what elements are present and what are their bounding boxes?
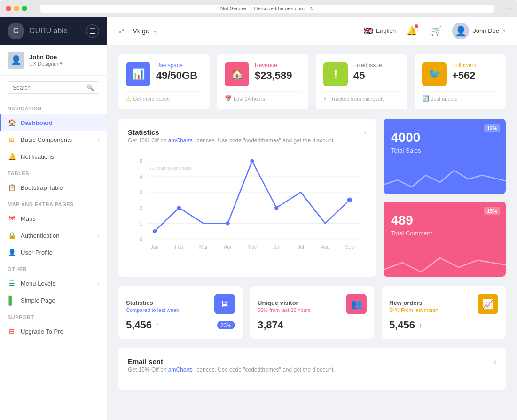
svg-point-26 [274, 206, 278, 210]
chevron-right-icon-menu: › [98, 281, 99, 286]
use-space-value: 49/50GB [156, 70, 202, 82]
revenue-info: Revenue $23,589 [255, 62, 301, 82]
followers-info: Followers +562 [452, 62, 498, 82]
mini-stat-statistics: Statistics Compared to last week 🖥 5,456… [118, 286, 243, 339]
use-space-info: Use space 49/50GB [156, 62, 202, 82]
mini-stat-orders-value-row: 5,456 ↑ [389, 319, 498, 331]
expand-icon[interactable]: ⤢ [118, 26, 125, 35]
notification-bell-button[interactable]: 🔔 [403, 23, 420, 39]
sidebar-item-basic-components[interactable]: ⊞ Basic Components › [0, 131, 107, 148]
sidebar-item-label-authentication: Authentication [21, 232, 59, 239]
user-profile-icon: 👤 [8, 248, 16, 257]
header-user-menu[interactable]: 👤 John Doe ▾ [452, 23, 506, 39]
kpi-card-total-comment: 15% 489 Total Comment [384, 202, 506, 277]
calendar-icon: 📅 [225, 95, 232, 102]
sidebar-item-simple-page[interactable]: ▌ Simple Page [0, 292, 107, 309]
svg-text:Jan: Jan [151, 244, 159, 249]
kpi-card-total-sales: 12% 4000 Total Sales [384, 119, 506, 194]
simple-page-icon: ▌ [8, 296, 16, 304]
sidebar-item-menu-levels[interactable]: ☰ Menu Levels › [0, 275, 107, 292]
sidebar-user-avatar: 👤 [8, 52, 24, 69]
svg-point-27 [346, 197, 352, 202]
sidebar-item-bootstrap-table[interactable]: 📋 Bootstrap Table [0, 179, 107, 196]
nav-section-label-support: Support [0, 309, 107, 323]
authentication-icon: 🔒 [8, 231, 16, 240]
chart-card: Statistics Get 15% Off on amCharts licen… [118, 119, 376, 277]
header-language[interactable]: 🇬🇧 English [364, 26, 396, 35]
stat-card-fixed-issue: ! Fixed issue 45 🏷 Tracked from microsof… [316, 54, 407, 109]
followers-footer: 🔄 Just update [422, 91, 498, 102]
sidebar-item-label-menu-levels: Menu Levels [21, 280, 55, 287]
svg-text:Jun: Jun [273, 244, 281, 249]
fixed-issue-footer: 🏷 Tracked from microsoft [323, 91, 400, 102]
amcharts-link[interactable]: amCharts [168, 137, 193, 144]
stat-card-use-space: 📊 Use space 49/50GB ⚠ Get more space [118, 54, 210, 109]
header-title: Mega ▾ [132, 27, 157, 35]
sidebar-item-authentication[interactable]: 🔒 Authentication › [0, 227, 107, 244]
svg-text:Apr: Apr [224, 244, 232, 249]
email-amcharts-link[interactable]: amCharts [168, 366, 193, 373]
total-sales-value: 4000 [391, 130, 498, 145]
svg-text:May: May [248, 244, 257, 249]
mini-stat-visitor-value: 3,874 [258, 319, 283, 331]
svg-text:Aug: Aug [321, 244, 330, 249]
sidebar-item-dashboard[interactable]: 🏠 Dashboard [0, 114, 107, 131]
stat-cards-row: 📊 Use space 49/50GB ⚠ Get more space 🏠 [118, 54, 506, 109]
chevron-right-icon-auth: › [98, 233, 99, 238]
total-comment-value: 489 [391, 213, 498, 228]
sidebar-user-section: 👤 John Doe UX Designer ▾ [0, 45, 107, 76]
browser-add-tab[interactable]: + [507, 4, 511, 13]
followers-icon: 🐦 [422, 62, 446, 86]
sidebar-user-role: UX Designer ▾ [29, 61, 63, 67]
nav-section-label-tables: Tables [0, 165, 107, 179]
mini-stat-statistics-icon: 🖥 [214, 294, 235, 314]
followers-label: Followers [452, 62, 498, 69]
sidebar-item-label-user-profile: User Profile [21, 249, 53, 256]
mini-stat-statistics-text: Statistics Compared to last week [126, 294, 179, 313]
mini-stat-orders-text: New orders 54% From last month [389, 294, 439, 313]
stat-card-followers: 🐦 Followers +562 🔄 Just update [415, 54, 506, 109]
fixed-issue-label: Fixed issue [353, 62, 400, 69]
bottom-row: Statistics Compared to last week 🖥 5,456… [118, 286, 506, 339]
followers-value: +562 [452, 70, 498, 82]
search-input[interactable] [13, 85, 84, 91]
svg-text:Feb: Feb [175, 244, 183, 249]
email-toggle-icon[interactable]: ‹ [494, 358, 496, 366]
brand-menu-button[interactable]: ☰ [86, 24, 99, 38]
mini-stat-orders-value: 5,456 [389, 319, 415, 331]
total-comment-badge: 15% [484, 207, 500, 215]
total-sales-label: Total Sales [391, 147, 498, 154]
sidebar-item-user-profile[interactable]: 👤 User Profile [0, 244, 107, 261]
total-sales-badge: 12% [484, 124, 500, 132]
svg-text:3: 3 [140, 190, 142, 195]
svg-text:Sep: Sep [345, 244, 354, 249]
sidebar-item-maps[interactable]: 🗺 Maps [0, 210, 107, 227]
sidebar-item-upgrade-pro[interactable]: ⊟ Upgrade To Pro [0, 323, 107, 340]
cart-button[interactable]: 🛒 [428, 23, 445, 39]
statistics-chart: 5 4 3 2 1 0 JS chart by amCharts Jan Feb… [128, 151, 367, 258]
mini-stat-visitor-text: Unique visitor 55% from last 28 hours [258, 294, 311, 313]
svg-text:2: 2 [140, 205, 142, 210]
chart-subtitle: Get 15% Off on amCharts licences. Use co… [128, 137, 335, 144]
sidebar-item-label-maps: Maps [21, 215, 36, 222]
mini-stat-statistics-value-row: 5,456 ↑ 23% [126, 319, 235, 331]
header: ⤢ Mega ▾ 🇬🇧 English 🔔 🛒 👤 John Doe ▾ [107, 17, 517, 45]
sidebar-item-label-simple-page: Simple Page [21, 297, 55, 304]
browser-url-bar[interactable]: Not Secure — lite.codedthemes.com ↻ [40, 5, 494, 13]
refresh-icon: 🔄 [422, 95, 429, 102]
revenue-label: Revenue [255, 62, 301, 69]
search-wrap: 🔍 [8, 81, 99, 94]
side-kpi-cards: 12% 4000 Total Sales 15% 489 Total Comme… [384, 119, 506, 277]
email-card-header: Email sent Get 15% Off on amCharts licen… [128, 358, 496, 381]
svg-point-24 [226, 221, 229, 225]
maximize-dot [22, 6, 27, 11]
use-space-label: Use space [156, 62, 202, 69]
bootstrap-table-icon: 📋 [8, 183, 16, 192]
dashboard-icon: 🏠 [8, 118, 16, 127]
sidebar-item-notifications[interactable]: 🔔 Notifications [0, 148, 107, 165]
basic-components-icon: ⊞ [8, 135, 16, 144]
chart-toggle-icon[interactable]: ‹ [364, 128, 367, 137]
mini-stat-statistics-top: Statistics Compared to last week 🖥 [126, 294, 235, 314]
close-dot [6, 6, 11, 11]
use-space-footer: ⚠ Get more space [126, 91, 202, 102]
